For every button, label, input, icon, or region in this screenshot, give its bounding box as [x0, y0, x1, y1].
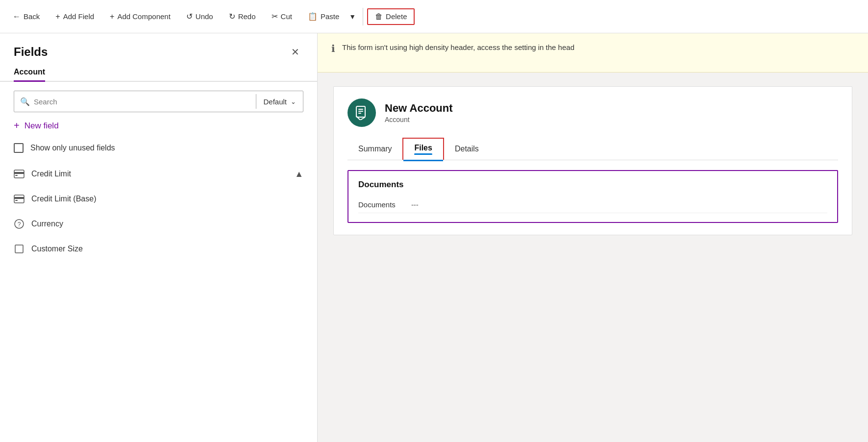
delete-icon: 🗑 — [375, 12, 383, 21]
avatar — [347, 98, 376, 127]
add-component-icon: + — [110, 12, 114, 21]
cut-button[interactable]: ✂ Cut — [265, 8, 299, 25]
fields-sidebar: Fields ✕ Account 🔍 Default ⌄ + — [0, 33, 318, 442]
info-icon: ℹ — [331, 43, 335, 54]
show-unused-label: Show only unused fields — [30, 144, 115, 152]
back-label: Back — [24, 12, 40, 21]
svg-text:?: ? — [18, 221, 21, 228]
tab-files-label: Files — [414, 144, 432, 152]
new-field-button[interactable]: + New field — [0, 112, 317, 139]
paste-dropdown-button[interactable]: ▼ — [346, 9, 359, 25]
documents-section: Documents Documents --- — [347, 170, 838, 223]
field-name-currency: Currency — [31, 220, 63, 228]
credit-limit-base-icon — [14, 194, 25, 204]
scroll-up-icon[interactable]: ▲ — [295, 169, 303, 179]
cut-icon: ✂ — [272, 12, 278, 21]
svg-rect-1 — [14, 172, 24, 174]
undo-button[interactable]: ↺ Undo — [179, 8, 220, 25]
delete-button[interactable]: 🗑 Delete — [367, 8, 415, 25]
svg-rect-11 — [358, 111, 363, 112]
paste-button[interactable]: 📋 Paste — [301, 8, 346, 25]
show-unused-row: Show only unused fields — [0, 139, 317, 162]
info-banner: ℹ This form isn't using high density hea… — [318, 33, 868, 73]
sidebar-title: Fields — [14, 45, 48, 59]
search-input-wrapper: 🔍 — [14, 91, 256, 112]
main-layout: Fields ✕ Account 🔍 Default ⌄ + — [0, 33, 868, 442]
tab-files[interactable]: Files — [402, 138, 444, 160]
content-area: ℹ This form isn't using high density hea… — [318, 33, 868, 442]
documents-row: Documents --- — [358, 196, 827, 213]
field-item-customer-size[interactable]: Customer Size — [0, 237, 317, 262]
form-area: New Account Account Summary Files Detail… — [318, 73, 868, 442]
close-sidebar-button[interactable]: ✕ — [287, 44, 303, 60]
search-icon: 🔍 — [20, 97, 30, 106]
back-button[interactable]: ← Back — [6, 8, 47, 25]
chevron-down-icon: ⌄ — [291, 98, 296, 105]
back-icon: ← — [13, 12, 21, 21]
documents-title: Documents — [358, 180, 827, 190]
account-tab[interactable]: Account — [14, 68, 45, 82]
entity-name: New Account — [385, 102, 453, 115]
field-item-currency[interactable]: ? Currency — [0, 212, 317, 237]
customer-size-icon — [14, 244, 25, 254]
undo-icon: ↺ — [186, 12, 193, 21]
add-field-icon: + — [55, 12, 60, 21]
paste-label: Paste — [321, 12, 339, 21]
close-icon: ✕ — [291, 47, 299, 57]
sidebar-header: Fields ✕ — [0, 33, 317, 68]
currency-icon: ? — [14, 219, 25, 229]
field-name-credit-limit-base: Credit Limit (Base) — [31, 195, 96, 203]
default-dropdown-button[interactable]: Default ⌄ — [256, 91, 303, 112]
entity-type: Account — [385, 116, 453, 123]
paste-icon: 📋 — [308, 12, 318, 21]
tab-summary-label: Summary — [358, 145, 392, 153]
svg-rect-12 — [358, 113, 361, 114]
svg-rect-4 — [14, 197, 24, 199]
svg-rect-2 — [15, 175, 18, 176]
tab-summary[interactable]: Summary — [347, 140, 402, 158]
entity-header: New Account Account — [347, 98, 838, 127]
redo-label: Redo — [238, 12, 256, 21]
svg-rect-5 — [15, 200, 18, 201]
new-field-plus-icon: + — [14, 120, 20, 131]
tab-active-underline — [414, 153, 432, 155]
show-unused-checkbox[interactable] — [14, 143, 24, 153]
toolbar-divider — [363, 8, 363, 25]
field-item-credit-limit[interactable]: Credit Limit ▲ — [0, 162, 317, 187]
form-tabs-row: Summary Files Details — [347, 138, 838, 160]
search-row: 🔍 Default ⌄ — [14, 91, 303, 112]
delete-label: Delete — [386, 12, 407, 21]
default-label: Default — [263, 98, 287, 106]
paste-dropdown-icon: ▼ — [349, 13, 356, 21]
documents-row-value: --- — [411, 200, 419, 209]
paste-group: 📋 Paste ▼ — [301, 8, 359, 25]
add-component-button[interactable]: + Add Component — [103, 8, 177, 25]
entity-info: New Account Account — [385, 102, 453, 123]
form-card: New Account Account Summary Files Detail… — [333, 86, 852, 235]
redo-icon: ↻ — [229, 12, 235, 21]
field-item-credit-limit-base[interactable]: Credit Limit (Base) — [0, 187, 317, 212]
tab-details-label: Details — [455, 145, 479, 153]
credit-limit-icon — [14, 169, 25, 179]
svg-rect-10 — [358, 109, 363, 110]
undo-label: Undo — [196, 12, 213, 21]
toolbar: ← Back + Add Field + Add Component ↺ Und… — [0, 0, 868, 33]
fields-list: Credit Limit ▲ Credit Limit (Base) ? Cur… — [0, 162, 317, 442]
add-component-label: Add Component — [117, 12, 170, 21]
svg-rect-8 — [15, 245, 23, 253]
search-input[interactable] — [34, 91, 250, 112]
info-text: This form isn't using high density heade… — [342, 42, 574, 53]
redo-button[interactable]: ↻ Redo — [222, 8, 263, 25]
tab-details[interactable]: Details — [444, 140, 490, 158]
add-field-label: Add Field — [63, 12, 94, 21]
new-field-label: New field — [25, 121, 59, 131]
field-name-credit-limit: Credit Limit — [31, 170, 71, 178]
cut-label: Cut — [281, 12, 292, 21]
sidebar-tab-bar: Account — [0, 68, 317, 82]
documents-row-label: Documents — [358, 200, 396, 209]
field-name-customer-size: Customer Size — [31, 245, 83, 253]
add-field-button[interactable]: + Add Field — [49, 8, 101, 25]
